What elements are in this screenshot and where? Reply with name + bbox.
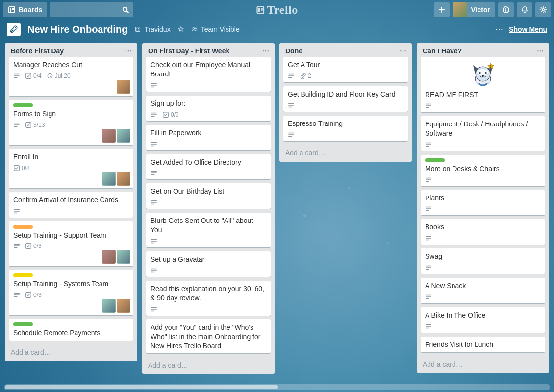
avatar (453, 2, 467, 17)
add-card-button[interactable]: Add a card… (5, 344, 137, 361)
show-menu-link[interactable]: Show Menu (509, 25, 547, 33)
list-header[interactable]: Done ⋯ (279, 43, 412, 57)
description-badge (425, 323, 432, 330)
member-avatar[interactable] (102, 129, 116, 143)
card-title: Espresso Training (288, 119, 403, 128)
card[interactable]: Schedule Remote Payments (9, 319, 133, 341)
member-avatar[interactable] (102, 299, 116, 313)
list-cards[interactable]: Manager Reaches Out 0/4Jul 20 Forms to S… (5, 57, 137, 344)
list-menu-button[interactable]: ⋯ (400, 47, 407, 55)
info-icon (502, 6, 510, 14)
card[interactable]: Get A Tour 2 (283, 57, 408, 82)
search-field[interactable] (50, 2, 133, 17)
card[interactable]: Blurb Gets Sent Out to "All" about You (146, 213, 271, 247)
desc-icon (151, 199, 157, 206)
card[interactable]: Read this explanation on your 30, 60, & … (146, 281, 271, 316)
list-header[interactable]: Can I Have? ⋯ (417, 43, 549, 57)
list-header[interactable]: On First Day - First Week ⋯ (142, 43, 275, 57)
card[interactable]: Espresso Training (283, 116, 408, 141)
card[interactable]: Enroll In 0/8 (9, 149, 133, 188)
desc-icon (288, 73, 295, 79)
card-title: Friends Visit for Lunch (425, 340, 541, 349)
card-title: Check out our Employee Manual Board! (151, 60, 266, 79)
card[interactable]: Add your "You" card in the "Who's Who" l… (146, 319, 271, 354)
card[interactable]: Fill in Paperwork (146, 125, 271, 150)
description-badge (13, 208, 20, 215)
team-button[interactable]: Travidux (134, 25, 170, 33)
card[interactable]: Setup Training - Systems Team 0/3 (9, 270, 133, 315)
card[interactable]: Friends Visit for Lunch (421, 337, 545, 352)
scrollbar-thumb[interactable] (5, 385, 278, 389)
info-button[interactable] (498, 2, 514, 17)
add-card-button[interactable]: Add a card… (142, 357, 275, 374)
card[interactable]: Forms to Sign 3/13 (9, 100, 133, 145)
card[interactable]: Equipment / Desk / Headphones / Software (421, 116, 545, 151)
card[interactable]: Sign up for: 0/6 (146, 96, 271, 121)
member-avatar[interactable] (102, 250, 116, 264)
card[interactable]: Get Building ID and Floor Key Card (283, 86, 408, 112)
desc-icon (425, 141, 432, 148)
add-card-button[interactable]: Add a card… (417, 356, 549, 373)
check-icon (25, 73, 32, 79)
horizontal-scrollbar[interactable] (4, 384, 550, 390)
list: Done ⋯ Get A Tour 2 Get Building ID and … (279, 43, 412, 162)
boards-menu-button[interactable]: Boards (3, 2, 47, 17)
desc-icon (425, 176, 432, 183)
desc-icon (288, 102, 295, 109)
list-title: Before First Day (11, 47, 64, 55)
card[interactable]: READ ME FIRST (421, 57, 545, 112)
star-button[interactable] (177, 26, 184, 33)
visibility-button[interactable]: Team Visible (191, 25, 240, 33)
card[interactable]: Get Added To Office Directory (146, 154, 271, 180)
description-badge (13, 73, 20, 79)
description-badge (151, 199, 157, 206)
settings-button[interactable] (535, 2, 551, 17)
card[interactable]: Get on Our Birthday List (146, 183, 271, 209)
card[interactable]: Set up a Gravatar (146, 251, 271, 277)
description-badge (288, 131, 295, 138)
card[interactable]: A New Snack (421, 278, 545, 303)
list-cards[interactable]: Get A Tour 2 Get Building ID and Floor K… (279, 57, 412, 145)
member-avatar[interactable] (117, 299, 130, 313)
visibility-label: Team Visible (201, 25, 240, 33)
card[interactable]: Swag (421, 248, 545, 274)
member-avatar[interactable] (117, 80, 130, 94)
list-menu-button[interactable]: ⋯ (262, 47, 270, 55)
card-title: Sign up for: (151, 99, 266, 108)
card[interactable]: Setup Training - Support Team 0/3 (9, 221, 133, 267)
card-cover-image (468, 60, 498, 87)
card[interactable]: More on Desks & Chairs (421, 155, 545, 186)
board-canvas[interactable]: Before First Day ⋯ Manager Reaches Out 0… (0, 41, 554, 392)
attachment-badge: 2 (300, 73, 311, 79)
list-cards[interactable]: READ ME FIRST Equipment / Desk / Headpho… (417, 57, 549, 356)
app-logo[interactable]: Trello (256, 3, 298, 17)
svg-rect-28 (490, 65, 491, 67)
board-title[interactable]: New Hire Onboarding (27, 24, 127, 35)
notifications-button[interactable] (517, 2, 532, 17)
app-name: Trello (267, 3, 298, 17)
member-avatar[interactable] (102, 172, 116, 186)
card[interactable]: A Bike In The Office (421, 307, 545, 333)
description-badge (151, 238, 157, 245)
desc-icon (13, 292, 20, 298)
create-button[interactable] (434, 2, 450, 17)
description-badge (425, 205, 432, 212)
global-header: Boards Trello Victor (0, 0, 554, 20)
card[interactable]: Confirm Arrival of Insurance Cards (9, 192, 133, 218)
list-header[interactable]: Before First Day ⋯ (5, 43, 137, 57)
list-menu-button[interactable]: ⋯ (537, 47, 544, 55)
add-card-button[interactable]: Add a card… (279, 145, 412, 162)
list-menu-button[interactable]: ⋯ (125, 47, 132, 55)
list-cards[interactable]: Check out our Employee Manual Board! Sig… (142, 57, 275, 357)
card[interactable]: Plants (421, 190, 545, 216)
description-badge (151, 267, 157, 274)
member-avatar[interactable] (117, 250, 130, 264)
card[interactable]: Manager Reaches Out 0/4Jul 20 (9, 57, 133, 96)
member-avatar[interactable] (117, 172, 130, 186)
member-avatar[interactable] (117, 129, 130, 143)
card-title: A New Snack (425, 281, 541, 291)
card[interactable]: Check out our Employee Manual Board! (146, 57, 271, 92)
card[interactable]: Books (421, 219, 545, 245)
user-menu[interactable]: Victor (453, 2, 495, 17)
checklist-badge: 0/6 (162, 111, 179, 118)
